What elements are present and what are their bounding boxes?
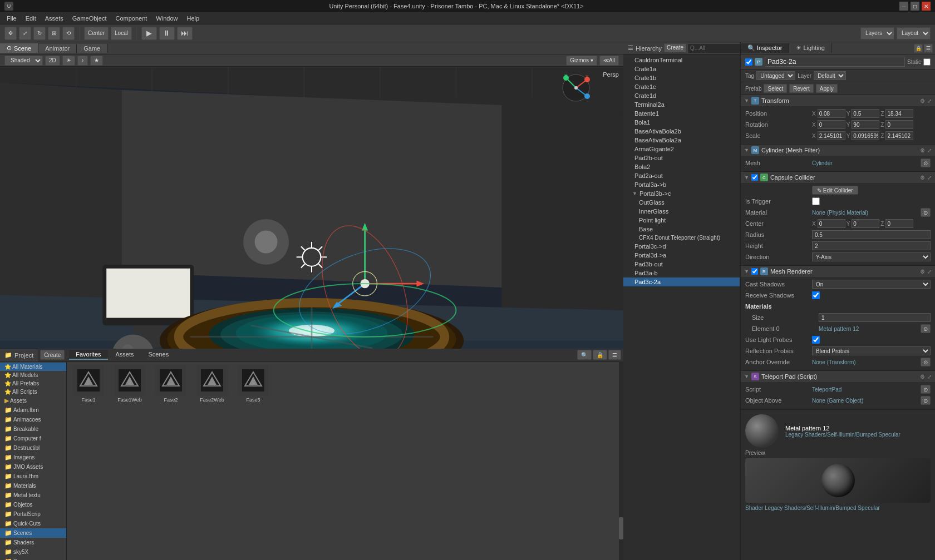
center-y-input[interactable] — [852, 219, 879, 228]
tool-hand[interactable]: ✥ — [4, 27, 17, 40]
tool-rect[interactable]: ⟲ — [62, 27, 75, 40]
folder-computer[interactable]: 📁 Computer f — [0, 434, 66, 443]
hier-item-crate1c[interactable]: Crate1c — [623, 82, 740, 91]
transform-header[interactable]: ▼ T Transform ⚙ ⤢ — [741, 95, 935, 106]
hier-item-portal3cd[interactable]: Portal3c->d — [623, 242, 740, 251]
mesh-renderer-enable-checkbox[interactable] — [751, 268, 758, 275]
tab-scene[interactable]: ⊙ Scene — [0, 43, 38, 53]
prefab-apply-button[interactable]: Apply — [816, 84, 838, 93]
scale-x-input[interactable] — [818, 131, 845, 140]
hier-item-bola1[interactable]: Bola1 — [623, 118, 740, 127]
maximize-button[interactable]: □ — [911, 2, 919, 11]
scale-y-input[interactable] — [852, 131, 879, 140]
mesh-renderer-expand-button[interactable]: ⤢ — [927, 269, 932, 275]
project-create-button[interactable]: Create — [40, 350, 65, 360]
hier-item-terminal2a[interactable]: Terminal2a — [623, 100, 740, 109]
position-y-input[interactable] — [852, 109, 879, 118]
tag-dropdown[interactable]: Untagged — [756, 71, 795, 80]
hier-item-portal3bc[interactable]: ▼Portal3b->c — [623, 189, 740, 198]
teleport-pad-settings-button[interactable]: ⚙ — [920, 374, 925, 380]
project-menu-button[interactable]: ☰ — [608, 350, 621, 360]
proj-tab-scenes[interactable]: Scenes — [142, 350, 176, 360]
project-fav-materials[interactable]: ⭐ All Materials — [0, 363, 66, 371]
folder-objetos[interactable]: 📁 Objetos — [0, 500, 66, 509]
folder-destructible[interactable]: 📁 Destructibl — [0, 443, 66, 453]
menu-component[interactable]: Component — [111, 14, 151, 23]
rotation-z-input[interactable] — [885, 120, 913, 129]
cast-shadows-dropdown[interactable]: On — [812, 280, 931, 289]
inspector-menu-button[interactable]: ☰ — [924, 44, 933, 53]
layers-dropdown[interactable]: Layers — [860, 27, 894, 39]
asset-fase1[interactable]: Fase1 — [69, 364, 108, 404]
prefab-select-button[interactable]: Select — [764, 84, 787, 93]
hier-item-portal3ab[interactable]: Portal3a->b — [623, 180, 740, 189]
capsule-collider-enable-checkbox[interactable] — [751, 174, 758, 181]
hier-item-portal3da[interactable]: Portal3d->a — [623, 251, 740, 260]
close-button[interactable]: ✕ — [922, 2, 931, 11]
pause-button[interactable]: ⏸ — [159, 27, 175, 40]
center-z-input[interactable] — [885, 219, 913, 228]
folder-materials[interactable]: 📁 Materials — [0, 481, 66, 490]
object-active-checkbox[interactable] — [745, 58, 752, 66]
tool-scale[interactable]: ⊞ — [48, 27, 60, 40]
hier-item-cfx4[interactable]: CFX4 Donut Teleporter (Straight) — [623, 234, 740, 242]
project-lock-button[interactable]: 🔒 — [593, 350, 607, 360]
play-button[interactable]: ▶ — [141, 27, 157, 40]
layer-dropdown[interactable]: Default — [814, 71, 846, 80]
hier-item-pointlight[interactable]: Point light — [623, 216, 740, 225]
capsule-settings-button[interactable]: ⚙ — [920, 175, 925, 181]
menu-edit[interactable]: Edit — [21, 14, 41, 23]
scene-viewport[interactable]: Persp X Y Z — [0, 67, 623, 349]
project-search-button[interactable]: 🔍 — [577, 350, 592, 360]
anchor-override-select-button[interactable]: ⊙ — [921, 358, 931, 366]
edit-collider-button[interactable]: ✎ Edit Collider — [812, 186, 858, 195]
object-above-select-button[interactable]: ⊙ — [921, 396, 931, 405]
asset-fase2web[interactable]: Fase2Web — [193, 364, 232, 404]
tool-move[interactable]: ⤢ — [19, 27, 31, 40]
project-scrollbar[interactable] — [619, 361, 623, 560]
folder-sons[interactable]: 📁 Sons — [0, 557, 66, 560]
tool-rotate[interactable]: ↻ — [33, 27, 46, 40]
asset-fase3[interactable]: Fase3 — [234, 364, 273, 404]
rotation-y-input[interactable] — [852, 120, 879, 129]
hier-item-crate1b[interactable]: Crate1b — [623, 73, 740, 82]
folder-adam[interactable]: 📁 Adam.fbm — [0, 405, 66, 415]
hier-item-batente1[interactable]: Batente1 — [623, 109, 740, 118]
minimize-button[interactable]: – — [899, 2, 908, 11]
menu-help[interactable]: Help — [182, 14, 204, 23]
pivot-center-button[interactable]: Center — [84, 27, 109, 40]
hier-item-bola2[interactable]: Bola2 — [623, 162, 740, 171]
mesh-renderer-settings-button[interactable]: ⚙ — [920, 269, 925, 275]
menu-file[interactable]: File — [2, 14, 21, 23]
hier-item-crate1d[interactable]: Crate1d — [623, 91, 740, 100]
project-scrollbar-thumb[interactable] — [619, 517, 623, 539]
transform-expand-button[interactable]: ⤢ — [927, 98, 932, 104]
script-select-button[interactable]: ⊙ — [921, 385, 931, 394]
capsule-collider-header[interactable]: ▼ C Capsule Collider ⚙ ⤢ — [741, 172, 935, 183]
audio-button[interactable]: ♪ — [77, 56, 88, 66]
lighting-button[interactable]: ☀ — [62, 56, 75, 66]
radius-input[interactable] — [812, 230, 931, 239]
hier-item-cauldrofterminal[interactable]: CauldronTerminal — [623, 56, 740, 65]
transform-settings-button[interactable]: ⚙ — [920, 98, 925, 104]
center-x-input[interactable] — [818, 219, 845, 228]
folder-breakable[interactable]: 📁 Breakable — [0, 424, 66, 434]
proj-tab-favorites[interactable]: Favorites — [69, 350, 107, 360]
2d-button[interactable]: 2D — [45, 56, 60, 66]
shading-mode-dropdown[interactable]: Shaded — [4, 56, 43, 66]
hier-item-crate1a[interactable]: Crate1a — [623, 65, 740, 73]
position-x-input[interactable] — [818, 109, 845, 118]
project-fav-models[interactable]: ⭐ All Models — [0, 371, 66, 379]
position-z-input[interactable] — [885, 109, 913, 118]
folder-shaders[interactable]: 📁 Shaders — [0, 538, 66, 547]
tab-lighting[interactable]: ☀ Lighting — [789, 43, 832, 53]
capsule-expand-button[interactable]: ⤢ — [927, 175, 932, 181]
hier-item-base[interactable]: Base — [623, 225, 740, 234]
project-fav-scripts[interactable]: ⭐ All Scripts — [0, 388, 66, 396]
project-fav-prefabs[interactable]: ⭐ All Prefabs — [0, 379, 66, 388]
direction-dropdown[interactable]: Y-Axis — [812, 252, 931, 261]
folder-animacoes[interactable]: 📁 Animacoes — [0, 415, 66, 424]
folder-scenes[interactable]: 📁 Scenes — [0, 528, 66, 538]
folder-imagens[interactable]: 📁 Imagens — [0, 453, 66, 462]
layout-dropdown[interactable]: Layout — [897, 27, 931, 39]
